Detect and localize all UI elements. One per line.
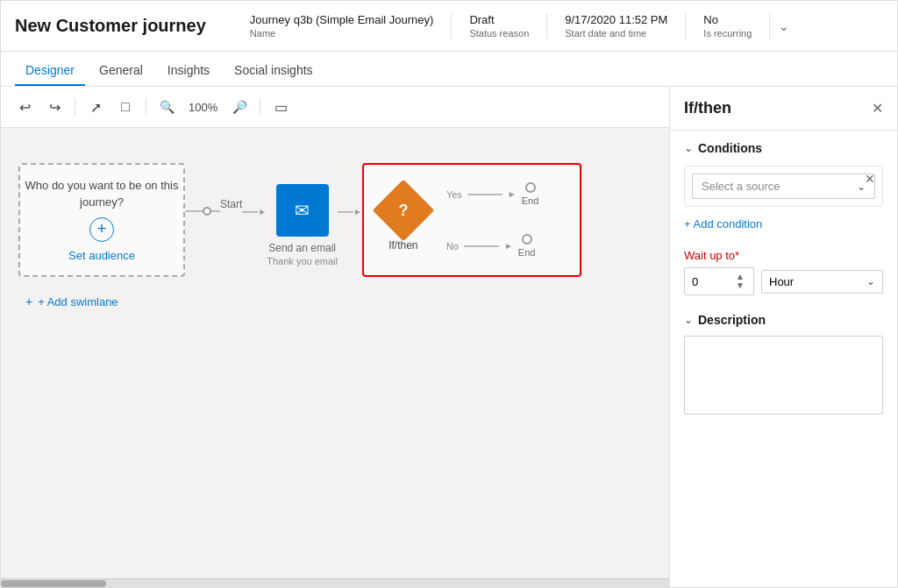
add-audience-button[interactable]: +: [89, 217, 114, 242]
wait-decrement-button[interactable]: ▼: [734, 281, 746, 290]
arrow-1: ►: [258, 207, 267, 216]
page-title: New Customer journey: [15, 16, 206, 36]
conditions-title: Conditions: [698, 141, 762, 155]
add-swimlane-icon: +: [25, 294, 32, 308]
toolbar-separator-3: [260, 98, 260, 116]
canvas-content[interactable]: Who do you want to be on this journey? +…: [1, 128, 669, 578]
toolbar-separator-2: [146, 98, 146, 116]
canvas-toolbar: ↩ ↪ ➚ □ 🔍 100% 🔎 ▭: [1, 87, 669, 128]
header: New Customer journey Journey q3b (Simple…: [1, 1, 897, 52]
no-line: [464, 245, 499, 247]
zoom-in-icon[interactable]: 🔍: [153, 94, 180, 120]
main-content: ↩ ↪ ➚ □ 🔍 100% 🔎 ▭ Who d: [1, 87, 897, 587]
status-label: Status reason: [469, 28, 529, 39]
send-email-block[interactable]: ✉: [276, 184, 329, 237]
start-node: [203, 207, 211, 216]
ifthen-inner: ? If/then Yes ►: [381, 182, 553, 258]
panel-title: If/then: [684, 99, 731, 117]
ifthen-block[interactable]: ? If/then Yes ►: [362, 163, 581, 277]
description-textarea[interactable]: [684, 336, 883, 414]
conditions-section: ⌄ Conditions ✕ Select a source ⌄ + Add c…: [670, 131, 897, 242]
wait-unit-chevron-icon: ⌄: [866, 275, 875, 287]
datetime-label: Start date and time: [565, 28, 667, 39]
email-label: Send an email: [268, 242, 336, 254]
fit-button[interactable]: ➚: [82, 94, 109, 120]
add-condition-button[interactable]: + Add condition: [684, 217, 762, 230]
yes-arrow: ►: [508, 189, 517, 199]
tab-designer[interactable]: Designer: [15, 56, 85, 86]
description-section-header[interactable]: ⌄ Description: [684, 313, 883, 327]
journey-flow: Who do you want to be on this journey? +…: [18, 163, 652, 277]
line-4: [338, 211, 353, 213]
email-step: ✉ Send an email Thank you email: [267, 184, 338, 266]
canvas-scrollbar-thumb[interactable]: [1, 580, 106, 587]
line-3: [242, 211, 258, 213]
undo-button[interactable]: ↩: [11, 94, 38, 120]
no-label: No: [446, 241, 459, 251]
yes-label: Yes: [446, 189, 462, 200]
line-1: [185, 210, 203, 212]
status-value: Draft: [469, 13, 529, 26]
ifthen-label: If/then: [388, 239, 417, 251]
wait-row: 0 ▲ ▼ Hour ⌄: [684, 267, 883, 295]
no-end-label: End: [518, 247, 536, 258]
wait-unit-dropdown[interactable]: Hour ⌄: [761, 270, 883, 294]
right-panel: If/then ✕ ⌄ Conditions ✕ Select a source…: [669, 87, 897, 587]
recurring-value: No: [703, 13, 752, 26]
tab-social-insights[interactable]: Social insights: [224, 56, 324, 86]
start-label: Start: [220, 198, 242, 210]
line-2: [211, 210, 220, 212]
nav-tabs: Designer General Insights Social insight…: [1, 52, 897, 87]
panel-close-button[interactable]: ✕: [872, 100, 883, 117]
audience-step: Who do you want to be on this journey? +…: [18, 163, 185, 277]
header-expand-chevron[interactable]: ⌄: [779, 19, 789, 33]
yes-branch: Yes ► End: [446, 182, 538, 206]
canvas-scrollbar[interactable]: [1, 578, 669, 587]
no-end: End: [518, 234, 536, 258]
select-source-text: Select a source: [702, 180, 780, 193]
header-journey-name: Journey q3b (Simple Email Journey) Name: [232, 13, 453, 39]
select-source-dropdown[interactable]: Select a source ⌄: [692, 174, 875, 199]
app-container: New Customer journey Journey q3b (Simple…: [0, 0, 898, 588]
conditions-section-header[interactable]: ⌄ Conditions: [684, 141, 883, 155]
add-swimlane-button[interactable]: + + Add swimlane: [18, 291, 652, 312]
description-title: Description: [698, 313, 766, 327]
no-end-node: [522, 234, 532, 244]
header-recurring: No Is recurring: [686, 13, 770, 39]
split-button[interactable]: □: [112, 94, 139, 120]
wait-number-input[interactable]: 0 ▲ ▼: [684, 267, 754, 295]
tab-insights[interactable]: Insights: [157, 56, 220, 86]
canvas-area: ↩ ↪ ➚ □ 🔍 100% 🔎 ▭ Who d: [1, 87, 669, 587]
wait-spinners: ▲ ▼: [734, 273, 746, 290]
redo-button[interactable]: ↪: [41, 94, 68, 120]
recurring-label: Is recurring: [703, 28, 752, 39]
add-swimlane-label: + Add swimlane: [38, 295, 118, 308]
journey-name-value: Journey q3b (Simple Email Journey): [250, 13, 434, 26]
ifthen-branches: Yes ► End No: [446, 182, 538, 258]
connector-1: [185, 207, 220, 216]
yes-end-label: End: [522, 195, 539, 206]
wait-number-value: 0: [692, 275, 698, 288]
datetime-value: 9/17/2020 11:52 PM: [565, 13, 667, 26]
email-icon: ✉: [295, 200, 310, 221]
email-sublabel: Thank you email: [267, 256, 338, 266]
audience-box[interactable]: Who do you want to be on this journey? +…: [18, 163, 185, 277]
header-datetime: 9/17/2020 11:52 PM Start date and time: [547, 13, 686, 39]
tab-general[interactable]: General: [89, 56, 153, 86]
description-section: ⌄ Description: [670, 306, 897, 432]
panel-header: If/then ✕: [670, 87, 897, 131]
set-audience-link[interactable]: Set audience: [68, 249, 135, 262]
condition-box: ✕ Select a source ⌄: [684, 166, 883, 207]
no-branch: No ► End: [446, 234, 538, 258]
connector-2: ►: [242, 207, 267, 216]
condition-remove-button[interactable]: ✕: [865, 172, 875, 186]
ifthen-diamond[interactable]: ?: [373, 180, 435, 242]
zoom-out-icon[interactable]: 🔎: [226, 94, 253, 120]
connector-3: ►: [338, 207, 362, 216]
fullscreen-button[interactable]: ▭: [267, 94, 294, 120]
no-arrow: ►: [504, 241, 513, 251]
ifthen-icon: ?: [398, 202, 408, 220]
toolbar-separator-1: [75, 98, 75, 116]
journey-name-label: Name: [250, 28, 434, 39]
yes-line: [467, 194, 502, 195]
